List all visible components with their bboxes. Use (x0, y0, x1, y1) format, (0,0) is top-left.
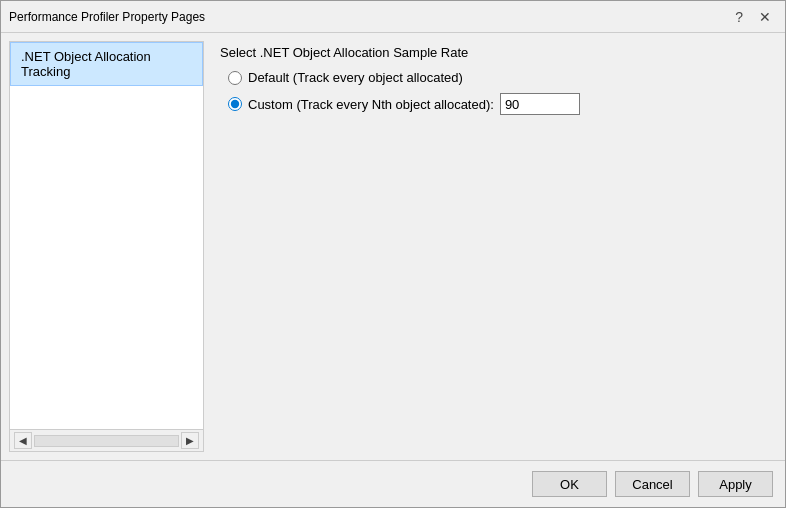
dialog-window: Performance Profiler Property Pages ? ✕ … (0, 0, 786, 508)
button-bar: OK Cancel Apply (1, 460, 785, 507)
ok-button[interactable]: OK (532, 471, 607, 497)
close-button[interactable]: ✕ (753, 8, 777, 26)
sidebar-item-net-allocation[interactable]: .NET Object Allocation Tracking (10, 42, 203, 86)
radio-custom-row: Custom (Track every Nth object allocated… (228, 93, 769, 115)
apply-button[interactable]: Apply (698, 471, 773, 497)
radio-default[interactable] (228, 71, 242, 85)
title-bar-buttons: ? ✕ (729, 8, 777, 26)
title-bar: Performance Profiler Property Pages ? ✕ (1, 1, 785, 33)
radio-default-label: Default (Track every object allocated) (248, 70, 463, 85)
window-title: Performance Profiler Property Pages (9, 10, 205, 24)
radio-default-row: Default (Track every object allocated) (228, 70, 769, 85)
radio-group: Default (Track every object allocated) C… (228, 70, 769, 115)
radio-custom[interactable] (228, 97, 242, 111)
sidebar: .NET Object Allocation Tracking ◀ ▶ (9, 41, 204, 452)
sidebar-scrollbar: ◀ ▶ (10, 429, 203, 451)
custom-value-input[interactable] (500, 93, 580, 115)
scroll-right-button[interactable]: ▶ (181, 432, 199, 449)
dialog-body: .NET Object Allocation Tracking ◀ ▶ Sele… (1, 33, 785, 460)
cancel-button[interactable]: Cancel (615, 471, 690, 497)
content-area: Select .NET Object Allocation Sample Rat… (204, 33, 785, 460)
help-button[interactable]: ? (729, 8, 749, 26)
scroll-track[interactable] (34, 435, 179, 447)
scroll-left-button[interactable]: ◀ (14, 432, 32, 449)
sidebar-item-label: .NET Object Allocation Tracking (21, 49, 151, 79)
radio-custom-label: Custom (Track every Nth object allocated… (248, 97, 494, 112)
section-title: Select .NET Object Allocation Sample Rat… (220, 45, 769, 60)
